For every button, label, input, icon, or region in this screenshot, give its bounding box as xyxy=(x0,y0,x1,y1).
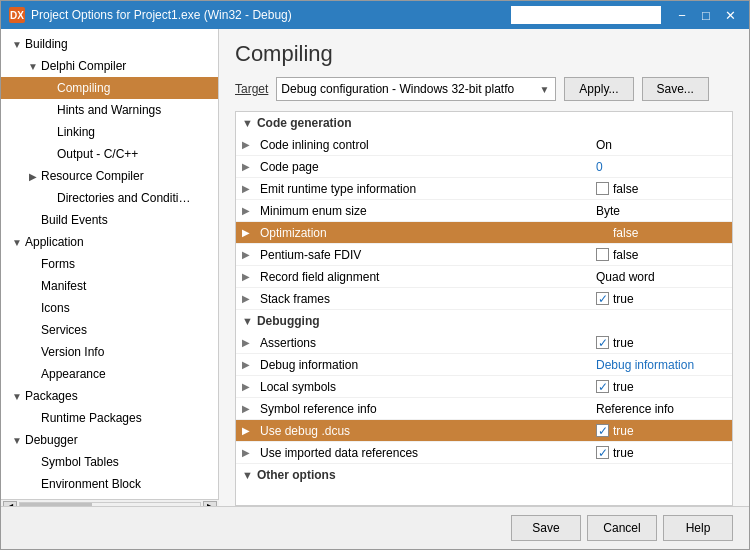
close-button[interactable]: ✕ xyxy=(719,4,741,26)
collapse-icon-debugging: ▼ xyxy=(242,315,253,327)
tree-label-output-cpp: Output - C/C++ xyxy=(57,147,218,161)
tree-label-resource-compiler: Resource Compiler xyxy=(41,169,218,183)
tree-item-building[interactable]: ▼Building xyxy=(1,33,218,55)
prop-checkbox[interactable] xyxy=(596,182,609,195)
prop-name: Pentium-safe FDIV xyxy=(256,248,592,262)
prop-checkbox[interactable]: ✓ xyxy=(596,292,609,305)
tree-item-services[interactable]: Services xyxy=(1,319,218,341)
tree-item-dirs-conditions[interactable]: Directories and Conditi… xyxy=(1,187,218,209)
prop-name: Assertions xyxy=(256,336,592,350)
prop-checkbox-label: true xyxy=(613,424,634,438)
tree-label-icons: Icons xyxy=(41,301,218,315)
prop-expand-icon: ▶ xyxy=(236,222,256,244)
prop-name: Use imported data references xyxy=(256,446,592,460)
section-label-debugging: Debugging xyxy=(257,314,320,328)
help-button[interactable]: Help xyxy=(663,515,733,541)
tree-label-linking: Linking xyxy=(57,125,218,139)
target-label: Target xyxy=(235,82,268,96)
tree-item-debugger[interactable]: ▼Debugger xyxy=(1,429,218,451)
tree-item-forms[interactable]: Forms xyxy=(1,253,218,275)
expand-icon-debugger: ▼ xyxy=(9,432,25,448)
prop-row-optimization[interactable]: ▶Optimizationfalse xyxy=(236,222,732,244)
prop-name: Minimum enum size xyxy=(256,204,592,218)
prop-row-code-inlining-control[interactable]: ▶Code inlining controlOn xyxy=(236,134,732,156)
prop-checkbox[interactable]: ✓ xyxy=(596,336,609,349)
prop-name: Symbol reference info xyxy=(256,402,592,416)
prop-value: Debug information xyxy=(592,358,732,372)
tree-item-manifest[interactable]: Manifest xyxy=(1,275,218,297)
prop-row-symbol-reference-info[interactable]: ▶Symbol reference infoReference info xyxy=(236,398,732,420)
expand-icon-hints-warnings xyxy=(41,102,57,118)
tree-label-version-info: Version Info xyxy=(41,345,218,359)
maximize-button[interactable]: □ xyxy=(695,4,717,26)
apply-button[interactable]: Apply... xyxy=(564,77,633,101)
tree-item-appearance[interactable]: Appearance xyxy=(1,363,218,385)
tree-item-output-cpp[interactable]: Output - C/C++ xyxy=(1,143,218,165)
prop-expand-icon: ▶ xyxy=(236,178,256,200)
expand-icon-forms xyxy=(25,256,41,272)
tree-item-version-info[interactable]: Version Info xyxy=(1,341,218,363)
tree-item-linking[interactable]: Linking xyxy=(1,121,218,143)
prop-checkbox-label: true xyxy=(613,292,634,306)
section-header-code-generation[interactable]: ▼Code generation xyxy=(236,112,732,134)
prop-checkbox[interactable] xyxy=(596,226,609,239)
properties-container: ▼Code generation▶Code inlining controlOn… xyxy=(235,111,733,506)
prop-row-emit-runtime-type-information[interactable]: ▶Emit runtime type informationfalse xyxy=(236,178,732,200)
expand-icon-version-info xyxy=(25,344,41,360)
prop-row-minimum-enum-size[interactable]: ▶Minimum enum sizeByte xyxy=(236,200,732,222)
collapse-icon-code-generation: ▼ xyxy=(242,117,253,129)
prop-name: Stack frames xyxy=(256,292,592,306)
prop-row-use-imported-data-references[interactable]: ▶Use imported data references✓true xyxy=(236,442,732,464)
tree-item-compiling[interactable]: Compiling xyxy=(1,77,218,99)
tree-item-packages[interactable]: ▼Packages xyxy=(1,385,218,407)
cancel-button[interactable]: Cancel xyxy=(587,515,657,541)
prop-checkbox[interactable]: ✓ xyxy=(596,446,609,459)
prop-expand-icon: ▶ xyxy=(236,156,256,178)
window-title: Project Options for Project1.exe (Win32 … xyxy=(31,8,505,22)
tree-horizontal-scrollbar[interactable]: ◀ ▶ xyxy=(1,499,219,506)
tree-label-appearance: Appearance xyxy=(41,367,218,381)
tree-item-build-events[interactable]: Build Events xyxy=(1,209,218,231)
expand-icon-compiling xyxy=(41,80,57,96)
titlebar-search-input[interactable] xyxy=(511,6,661,24)
tree-item-icons[interactable]: Icons xyxy=(1,297,218,319)
tree-item-hints-warnings[interactable]: Hints and Warnings xyxy=(1,99,218,121)
prop-expand-icon: ▶ xyxy=(236,420,256,442)
tree-label-runtime-packages: Runtime Packages xyxy=(41,411,218,425)
save-button[interactable]: Save xyxy=(511,515,581,541)
tree-item-application[interactable]: ▼Application xyxy=(1,231,218,253)
prop-row-local-symbols[interactable]: ▶Local symbols✓true xyxy=(236,376,732,398)
tree-item-environment-block[interactable]: Environment Block xyxy=(1,473,218,495)
tree-item-symbol-tables[interactable]: Symbol Tables xyxy=(1,451,218,473)
prop-row-pentium-safe-fdiv[interactable]: ▶Pentium-safe FDIVfalse xyxy=(236,244,732,266)
tree-label-dirs-conditions: Directories and Conditi… xyxy=(57,191,218,205)
prop-value: ✓true xyxy=(592,336,732,350)
expand-icon-resource-compiler: ▶ xyxy=(25,168,41,184)
prop-expand-icon: ▶ xyxy=(236,376,256,398)
section-header-other-options[interactable]: ▼Other options xyxy=(236,464,732,486)
prop-row-assertions[interactable]: ▶Assertions✓true xyxy=(236,332,732,354)
prop-row-use-debug-.dcus[interactable]: ▶Use debug .dcus✓true xyxy=(236,420,732,442)
tree-item-delphi-compiler[interactable]: ▼Delphi Compiler xyxy=(1,55,218,77)
tree-label-delphi-compiler: Delphi Compiler xyxy=(41,59,218,73)
tree-item-runtime-packages[interactable]: Runtime Packages xyxy=(1,407,218,429)
prop-expand-icon: ▶ xyxy=(236,354,256,376)
prop-checkbox[interactable]: ✓ xyxy=(596,424,609,437)
prop-checkbox[interactable] xyxy=(596,248,609,261)
prop-row-debug-information[interactable]: ▶Debug informationDebug information xyxy=(236,354,732,376)
target-section: Target Debug configuration - Windows 32-… xyxy=(235,77,733,101)
prop-checkbox[interactable]: ✓ xyxy=(596,380,609,393)
minimize-button[interactable]: − xyxy=(671,4,693,26)
save-header-button[interactable]: Save... xyxy=(642,77,709,101)
section-header-debugging[interactable]: ▼Debugging xyxy=(236,310,732,332)
prop-checkbox-label: false xyxy=(613,226,638,240)
tree-item-resource-compiler[interactable]: ▶Resource Compiler xyxy=(1,165,218,187)
target-select[interactable]: Debug configuration - Windows 32-bit pla… xyxy=(276,77,556,101)
prop-expand-icon: ▶ xyxy=(236,288,256,310)
window-controls: − □ ✕ xyxy=(671,4,741,26)
expand-icon-manifest xyxy=(25,278,41,294)
prop-checkbox-label: true xyxy=(613,380,634,394)
prop-row-code-page[interactable]: ▶Code page0 xyxy=(236,156,732,178)
prop-row-record-field-alignment[interactable]: ▶Record field alignmentQuad word xyxy=(236,266,732,288)
prop-row-stack-frames[interactable]: ▶Stack frames✓true xyxy=(236,288,732,310)
